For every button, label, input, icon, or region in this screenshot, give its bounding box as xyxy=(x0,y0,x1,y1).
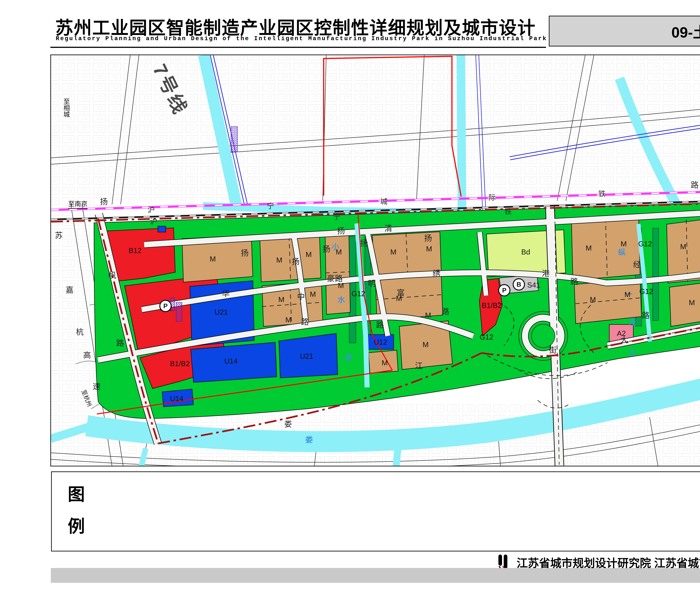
road-name-char: 扬 xyxy=(241,249,249,257)
road-name-char: 扬 xyxy=(100,198,108,206)
parcel-code-label: M xyxy=(285,316,291,324)
road-name-char: 扬 xyxy=(292,258,299,266)
parcel-code-label: G12 xyxy=(638,240,652,248)
metro-station-box xyxy=(176,303,182,321)
road-name-char: 江 xyxy=(415,362,423,370)
map-marker: P xyxy=(159,300,172,312)
road-name-char: 路 xyxy=(570,278,578,286)
road-name-char: 扬 xyxy=(424,234,432,242)
parcel-code-label: M xyxy=(422,341,428,348)
railway-name-char: 宁 xyxy=(267,202,274,210)
parcel-code-label: M xyxy=(276,256,282,264)
header-rule xyxy=(51,47,546,48)
parcel-code-label: M xyxy=(425,311,431,319)
sheet-number: 09-土地利用规划图 xyxy=(671,20,700,42)
parcel-code-label: U14 xyxy=(170,395,183,402)
parcel-code-label: M xyxy=(426,245,432,253)
parcel-code-label: M xyxy=(306,251,312,258)
parcel-code-label: B12 xyxy=(129,247,142,254)
road-name-char: 速 xyxy=(93,383,100,391)
parcel-code-label: U21 xyxy=(215,308,228,316)
railway-name-char: 城 xyxy=(380,198,387,205)
parcel-code-label: U14 xyxy=(224,358,237,365)
parcel-code-label: M xyxy=(585,244,592,252)
river-name-char: 江 xyxy=(629,349,636,357)
parcel-code-label: M xyxy=(680,243,686,250)
river-name-char: 泾 xyxy=(345,354,352,361)
road-name-char: 娄 xyxy=(284,420,292,428)
railway-name-char: 铁 xyxy=(504,208,512,215)
metro-station-box xyxy=(231,127,237,152)
parcel-code-label: U21 xyxy=(300,353,313,360)
road-name-char: 路 xyxy=(301,318,309,326)
road-name-char: 街 xyxy=(549,346,556,354)
road-name-char: 经 xyxy=(633,261,641,268)
road-name-char: 杭 xyxy=(76,328,84,336)
road-name-char: 路 xyxy=(442,308,449,316)
road-name-char: 港 xyxy=(542,270,550,277)
road-name-char: 路 xyxy=(116,339,124,347)
parcel-code-label: M xyxy=(590,296,596,303)
parcel-code-label: G12 xyxy=(352,290,365,297)
roundabout-inner-green xyxy=(532,324,555,348)
parcel-code-label: B1/B2 xyxy=(482,302,502,309)
parcel-code-label: M xyxy=(278,296,284,303)
road-name-char: 路 xyxy=(642,311,649,320)
plan-sheet: 苏州工业园区智能制造产业园区控制性详细规划及城市设计 Regulatory Pl… xyxy=(0,0,700,594)
parcel-code-label: M xyxy=(396,295,402,302)
parcel-code-label: M xyxy=(621,240,627,248)
road-name-char: 苏 xyxy=(55,231,63,239)
parcel-code-label: M xyxy=(210,255,216,263)
attribution-text: 江苏省城市规划设计研究院 江苏省城市交通规划研究中心 xyxy=(517,554,700,570)
parcel-code-label: Bd xyxy=(521,248,530,256)
road-name-char: 明 xyxy=(368,279,376,288)
road-name-char: 绣 xyxy=(433,270,440,277)
road-name-char: 高 xyxy=(83,351,91,359)
road-name-char: 中 xyxy=(297,293,305,301)
parcel-code-label: M xyxy=(382,359,388,366)
legend-title-char: 图 xyxy=(68,486,85,503)
road-name-char: 帆 xyxy=(108,271,116,279)
page-subtitle-en: Regulatory Planning and Urban Design of … xyxy=(56,35,547,42)
road-name-char: 华 xyxy=(222,290,230,298)
road-name-char: 扬 xyxy=(360,239,368,247)
road-name-char: 清 xyxy=(384,225,392,232)
road-name-char: 路 xyxy=(691,181,699,189)
map-marker: B xyxy=(513,278,525,291)
river-name-char: 水 xyxy=(338,296,345,304)
parcel-code-label: M xyxy=(390,248,396,256)
map-marker: P xyxy=(498,284,510,296)
parcel-code-label: M xyxy=(625,291,630,298)
parcel-code-label: M xyxy=(689,299,695,306)
road-name-char: 路 xyxy=(376,321,384,329)
railway-name-char: 沪 xyxy=(150,218,157,225)
road-name-char: 豪 xyxy=(327,274,335,283)
parcel-code-label: S41 xyxy=(527,281,540,289)
parcel-code-label: M xyxy=(310,291,316,298)
parcel-code-label: U12 xyxy=(374,338,387,346)
legend-box xyxy=(51,471,700,552)
parcel-code-label: A2 xyxy=(617,330,626,337)
parcel-code-label: G12 xyxy=(480,333,494,341)
river-name-char: 泾 xyxy=(629,319,636,326)
parcel-code-label: M xyxy=(338,282,344,289)
parcel-code-label: B1/B2 xyxy=(170,360,190,367)
railway-name-char: 宁 xyxy=(333,213,341,220)
parcel-code-label: M xyxy=(336,248,342,256)
railway-name-char: 际 xyxy=(488,194,496,201)
legend-title-char: 例 xyxy=(68,518,85,535)
railway-name-char: 沪 xyxy=(148,206,155,213)
railway-name-char: 铁 xyxy=(598,190,606,197)
direction-label: 至相城 xyxy=(63,98,69,118)
sheet-number-box: 09-土地利用规划图 xyxy=(549,16,700,46)
river-name-char: 娄 xyxy=(305,436,313,443)
road-name-char: 嘉 xyxy=(66,286,73,294)
road-name-char: 扬 xyxy=(337,227,345,235)
river-name-char: 纵 xyxy=(618,249,626,256)
road-name-char: 扬 xyxy=(323,245,330,253)
parcel-code-label: G12 xyxy=(639,288,653,295)
direction-label: 至南京 xyxy=(68,201,88,209)
road-name-char: 路 xyxy=(335,274,343,283)
